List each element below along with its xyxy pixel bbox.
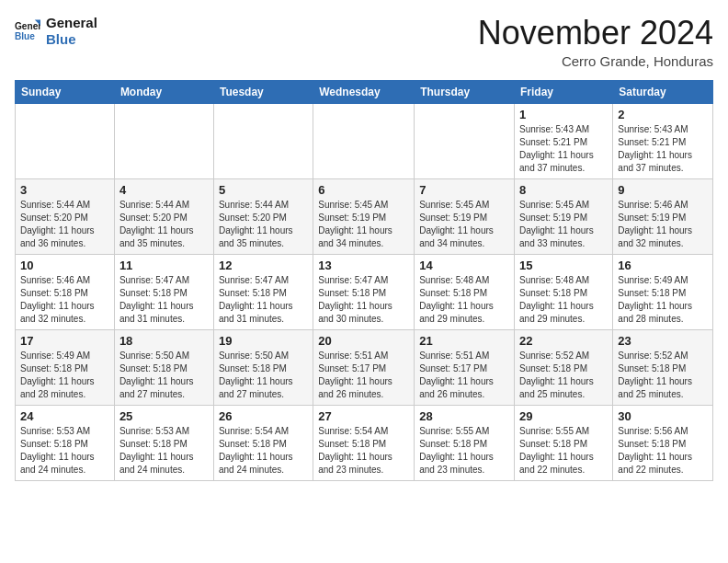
calendar-cell: 26Sunrise: 5:54 AMSunset: 5:18 PMDayligh… (213, 405, 313, 480)
calendar-cell: 3Sunrise: 5:44 AMSunset: 5:20 PMDaylight… (16, 178, 115, 254)
calendar-cell: 19Sunrise: 5:50 AMSunset: 5:18 PMDayligh… (213, 329, 313, 405)
day-info: Sunrise: 5:43 AMSunset: 5:21 PMDaylight:… (519, 123, 608, 175)
day-number: 15 (519, 259, 608, 272)
day-info: Sunrise: 5:53 AMSunset: 5:18 PMDaylight:… (119, 425, 209, 477)
calendar-table: Sunday Monday Tuesday Wednesday Thursday… (15, 80, 713, 481)
calendar-header-row: Sunday Monday Tuesday Wednesday Thursday… (16, 80, 713, 103)
calendar-cell: 12Sunrise: 5:47 AMSunset: 5:18 PMDayligh… (213, 254, 313, 329)
day-number: 10 (20, 259, 109, 272)
day-info: Sunrise: 5:51 AMSunset: 5:17 PMDaylight:… (318, 350, 409, 401)
day-number: 27 (318, 409, 409, 423)
header-saturday: Saturday (613, 80, 713, 103)
calendar-cell: 9Sunrise: 5:46 AMSunset: 5:19 PMDaylight… (613, 178, 713, 254)
calendar-cell: 28Sunrise: 5:55 AMSunset: 5:18 PMDayligh… (415, 405, 515, 480)
day-info: Sunrise: 5:49 AMSunset: 5:18 PMDaylight:… (20, 350, 109, 401)
calendar-cell: 21Sunrise: 5:51 AMSunset: 5:17 PMDayligh… (415, 329, 515, 405)
calendar-cell: 6Sunrise: 5:45 AMSunset: 5:19 PMDaylight… (313, 178, 415, 254)
header-tuesday: Tuesday (213, 80, 313, 103)
day-info: Sunrise: 5:45 AMSunset: 5:19 PMDaylight:… (519, 199, 608, 250)
calendar-cell: 30Sunrise: 5:56 AMSunset: 5:18 PMDayligh… (613, 405, 713, 480)
calendar-cell: 10Sunrise: 5:46 AMSunset: 5:18 PMDayligh… (16, 254, 115, 329)
day-number: 30 (618, 409, 708, 423)
svg-text:Blue: Blue (15, 31, 35, 41)
logo: General Blue General Blue (15, 15, 97, 48)
day-info: Sunrise: 5:52 AMSunset: 5:18 PMDaylight:… (618, 350, 708, 401)
header-monday: Monday (114, 80, 213, 103)
page-header: General Blue General Blue November 2024 … (15, 15, 713, 69)
day-info: Sunrise: 5:52 AMSunset: 5:18 PMDaylight:… (519, 350, 608, 401)
day-info: Sunrise: 5:43 AMSunset: 5:21 PMDaylight:… (618, 123, 708, 175)
calendar-cell: 22Sunrise: 5:52 AMSunset: 5:18 PMDayligh… (515, 329, 613, 405)
day-info: Sunrise: 5:45 AMSunset: 5:19 PMDaylight:… (419, 199, 509, 250)
day-number: 3 (20, 183, 109, 197)
logo-line1: General (46, 15, 97, 31)
day-info: Sunrise: 5:53 AMSunset: 5:18 PMDaylight:… (20, 425, 109, 477)
month-title: November 2024 (478, 15, 713, 52)
header-wednesday: Wednesday (313, 80, 415, 103)
location-subtitle: Cerro Grande, Honduras (478, 53, 713, 69)
calendar-cell: 8Sunrise: 5:45 AMSunset: 5:19 PMDaylight… (515, 178, 613, 254)
calendar-cell (16, 103, 115, 178)
day-number: 9 (618, 183, 708, 197)
calendar-cell: 20Sunrise: 5:51 AMSunset: 5:17 PMDayligh… (313, 329, 415, 405)
day-number: 7 (419, 183, 509, 197)
header-thursday: Thursday (415, 80, 515, 103)
day-info: Sunrise: 5:50 AMSunset: 5:18 PMDaylight:… (119, 350, 209, 401)
calendar-week-4: 24Sunrise: 5:53 AMSunset: 5:18 PMDayligh… (16, 405, 713, 480)
logo-icon: General Blue (15, 18, 40, 44)
day-info: Sunrise: 5:55 AMSunset: 5:18 PMDaylight:… (419, 425, 509, 477)
day-info: Sunrise: 5:55 AMSunset: 5:18 PMDaylight:… (519, 425, 608, 477)
calendar-cell: 5Sunrise: 5:44 AMSunset: 5:20 PMDaylight… (213, 178, 313, 254)
header-friday: Friday (515, 80, 613, 103)
day-number: 17 (20, 334, 109, 348)
calendar-cell: 15Sunrise: 5:48 AMSunset: 5:18 PMDayligh… (515, 254, 613, 329)
calendar-cell: 2Sunrise: 5:43 AMSunset: 5:21 PMDaylight… (613, 103, 713, 178)
day-number: 24 (20, 409, 109, 423)
day-number: 29 (519, 409, 608, 423)
title-block: November 2024 Cerro Grande, Honduras (478, 15, 713, 69)
day-number: 5 (219, 183, 308, 197)
day-number: 11 (119, 259, 209, 272)
calendar-cell: 11Sunrise: 5:47 AMSunset: 5:18 PMDayligh… (114, 254, 213, 329)
calendar-week-3: 17Sunrise: 5:49 AMSunset: 5:18 PMDayligh… (16, 329, 713, 405)
calendar-cell: 1Sunrise: 5:43 AMSunset: 5:21 PMDaylight… (515, 103, 613, 178)
day-info: Sunrise: 5:44 AMSunset: 5:20 PMDaylight:… (219, 199, 308, 250)
calendar-cell: 14Sunrise: 5:48 AMSunset: 5:18 PMDayligh… (415, 254, 515, 329)
day-info: Sunrise: 5:44 AMSunset: 5:20 PMDaylight:… (119, 199, 209, 250)
calendar-cell: 23Sunrise: 5:52 AMSunset: 5:18 PMDayligh… (613, 329, 713, 405)
day-info: Sunrise: 5:54 AMSunset: 5:18 PMDaylight:… (219, 425, 308, 477)
day-info: Sunrise: 5:46 AMSunset: 5:18 PMDaylight:… (20, 274, 109, 326)
day-info: Sunrise: 5:44 AMSunset: 5:20 PMDaylight:… (20, 199, 109, 250)
logo-line2: Blue (46, 31, 97, 48)
calendar-cell: 24Sunrise: 5:53 AMSunset: 5:18 PMDayligh… (16, 405, 115, 480)
day-number: 21 (419, 334, 509, 348)
day-number: 6 (318, 183, 409, 197)
day-info: Sunrise: 5:48 AMSunset: 5:18 PMDaylight:… (519, 274, 608, 326)
calendar-week-1: 3Sunrise: 5:44 AMSunset: 5:20 PMDaylight… (16, 178, 713, 254)
calendar-cell: 16Sunrise: 5:49 AMSunset: 5:18 PMDayligh… (613, 254, 713, 329)
svg-text:General: General (15, 21, 40, 31)
day-info: Sunrise: 5:51 AMSunset: 5:17 PMDaylight:… (419, 350, 509, 401)
day-number: 8 (519, 183, 608, 197)
calendar-cell: 27Sunrise: 5:54 AMSunset: 5:18 PMDayligh… (313, 405, 415, 480)
calendar-week-2: 10Sunrise: 5:46 AMSunset: 5:18 PMDayligh… (16, 254, 713, 329)
day-info: Sunrise: 5:48 AMSunset: 5:18 PMDaylight:… (419, 274, 509, 326)
day-info: Sunrise: 5:45 AMSunset: 5:19 PMDaylight:… (318, 199, 409, 250)
day-number: 19 (219, 334, 308, 348)
calendar-cell: 29Sunrise: 5:55 AMSunset: 5:18 PMDayligh… (515, 405, 613, 480)
day-number: 25 (119, 409, 209, 423)
day-number: 28 (419, 409, 509, 423)
calendar-cell (415, 103, 515, 178)
calendar-cell: 18Sunrise: 5:50 AMSunset: 5:18 PMDayligh… (114, 329, 213, 405)
day-info: Sunrise: 5:47 AMSunset: 5:18 PMDaylight:… (219, 274, 308, 326)
calendar-cell (313, 103, 415, 178)
day-number: 18 (119, 334, 209, 348)
calendar-cell: 17Sunrise: 5:49 AMSunset: 5:18 PMDayligh… (16, 329, 115, 405)
day-info: Sunrise: 5:46 AMSunset: 5:19 PMDaylight:… (618, 199, 708, 250)
day-number: 12 (219, 259, 308, 272)
calendar-cell: 25Sunrise: 5:53 AMSunset: 5:18 PMDayligh… (114, 405, 213, 480)
calendar-cell (213, 103, 313, 178)
calendar-cell: 13Sunrise: 5:47 AMSunset: 5:18 PMDayligh… (313, 254, 415, 329)
day-number: 26 (219, 409, 308, 423)
day-number: 20 (318, 334, 409, 348)
